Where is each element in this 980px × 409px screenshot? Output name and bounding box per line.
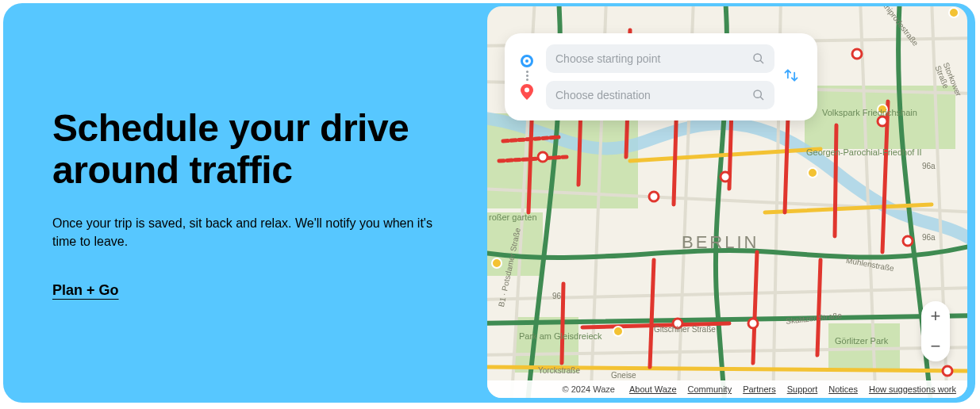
svg-point-18 bbox=[949, 8, 959, 17]
destination-pin-icon bbox=[521, 84, 533, 100]
park-label-friedrichshain: Volkspark Friedrichshain bbox=[822, 108, 917, 117]
search-icon[interactable] bbox=[752, 52, 765, 65]
map-city-label: BERLIN bbox=[682, 232, 759, 253]
zoom-in-button[interactable]: + bbox=[931, 303, 941, 330]
road-label-96: 96 bbox=[552, 292, 561, 300]
hero-heading: Schedule your drive around traffic bbox=[52, 107, 460, 193]
svg-point-15 bbox=[613, 327, 623, 336]
hero-text-pane: Schedule your drive around traffic Once … bbox=[3, 3, 487, 403]
svg-point-9 bbox=[748, 319, 758, 328]
route-fields bbox=[546, 44, 774, 109]
svg-point-12 bbox=[903, 236, 913, 246]
svg-point-16 bbox=[808, 168, 817, 178]
destination-input[interactable] bbox=[555, 89, 752, 101]
route-connector-dots bbox=[526, 71, 528, 81]
svg-point-19 bbox=[525, 87, 529, 92]
park-label-gorlitzer: Görlitzer Park bbox=[835, 336, 888, 346]
zoom-out-button[interactable]: − bbox=[931, 333, 941, 360]
hero-card: Schedule your drive around traffic Once … bbox=[3, 3, 975, 403]
swap-endpoints-icon[interactable] bbox=[783, 67, 799, 86]
svg-line-21 bbox=[760, 60, 763, 63]
svg-point-7 bbox=[721, 172, 730, 182]
svg-rect-3 bbox=[515, 317, 578, 373]
svg-point-13 bbox=[943, 366, 952, 376]
search-icon[interactable] bbox=[752, 89, 765, 101]
svg-point-5 bbox=[538, 152, 548, 162]
footer-link-support[interactable]: Support bbox=[787, 384, 818, 394]
svg-point-22 bbox=[754, 90, 761, 97]
footer-link-partners[interactable]: Partners bbox=[743, 384, 776, 394]
road-label-gitschiner: Gitschiner Straße bbox=[654, 325, 716, 334]
start-point-icon bbox=[521, 55, 533, 67]
map-attribution: © 2024 Waze About Waze Community Partner… bbox=[487, 380, 967, 398]
destination-field[interactable] bbox=[546, 81, 774, 109]
road-label-96a-1: 96a bbox=[922, 162, 936, 170]
copyright-text: © 2024 Waze bbox=[563, 384, 615, 394]
footer-link-suggestions[interactable]: How suggestions work bbox=[869, 384, 956, 394]
start-field[interactable] bbox=[546, 44, 774, 73]
footer-link-about[interactable]: About Waze bbox=[629, 384, 677, 394]
footer-link-community[interactable]: Community bbox=[688, 384, 732, 394]
road-label-gneise: Gneise bbox=[611, 371, 636, 380]
road-label-96a-2: 96a bbox=[922, 233, 936, 242]
zoom-control: + − bbox=[921, 301, 950, 361]
svg-point-10 bbox=[852, 49, 862, 59]
start-input[interactable] bbox=[555, 52, 752, 65]
park-label-georgen: Georgen-Parochial-Friedhof II bbox=[806, 147, 922, 157]
svg-line-23 bbox=[760, 97, 763, 100]
park-label-gleisdreieck: Park am Gleisdreieck bbox=[519, 331, 602, 341]
route-endpoint-icons bbox=[516, 55, 538, 100]
route-search-panel bbox=[505, 33, 817, 120]
svg-point-14 bbox=[492, 258, 502, 268]
hero-subheading: Once your trip is saved, sit back and re… bbox=[52, 214, 457, 250]
map-panel[interactable]: BERLIN Volkspark Friedrichshain Georgen-… bbox=[487, 6, 967, 398]
svg-point-20 bbox=[754, 54, 761, 61]
park-label-tiergarten: roßer garten bbox=[489, 212, 537, 222]
svg-point-11 bbox=[878, 117, 887, 126]
plan-go-link[interactable]: Plan + Go bbox=[52, 282, 119, 299]
road-label-yorck: Yorckstraße bbox=[538, 366, 580, 375]
footer-link-notices[interactable]: Notices bbox=[828, 384, 858, 394]
svg-point-6 bbox=[649, 192, 659, 201]
